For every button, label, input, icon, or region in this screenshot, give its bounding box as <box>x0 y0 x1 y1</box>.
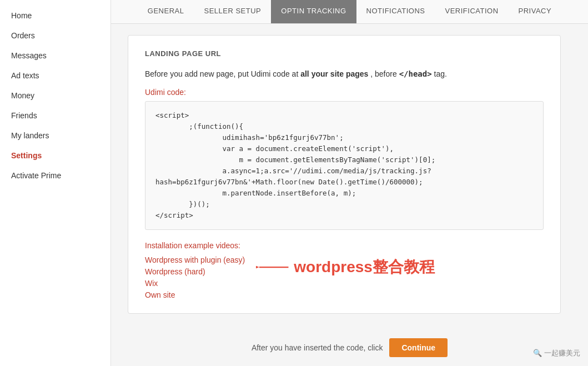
annotation-text: wordpress整合教程 <box>294 257 435 278</box>
footer-text: After you have inserted the code, click <box>252 343 383 352</box>
code-block[interactable]: <script> ;(function(){ udimihash='bp6z1f… <box>145 101 544 230</box>
sidebar-item-ad-texts[interactable]: Ad texts <box>0 66 110 86</box>
link-wordpress-hard[interactable]: Wordpress (hard) <box>145 267 245 276</box>
annotation-area: wordpress整合教程 <box>256 255 435 278</box>
install-label: Installation example videos: <box>145 241 544 250</box>
sidebar-item-friends[interactable]: Friends <box>0 106 110 126</box>
sidebar-item-my-landers[interactable]: My landers <box>0 126 110 146</box>
tab-privacy[interactable]: PRIVACY <box>509 0 562 23</box>
card-title: LANDING PAGE URL <box>145 49 544 58</box>
app-layout: Home Orders Messages Ad texts Money Frie… <box>0 0 588 366</box>
tab-general[interactable]: GENERAL <box>138 0 194 23</box>
link-wix[interactable]: Wix <box>145 279 245 288</box>
tab-optin-tracking[interactable]: OPTIN TRACKING <box>271 0 356 23</box>
sidebar-item-messages[interactable]: Messages <box>0 46 110 66</box>
udimi-code-label: Udimi code: <box>145 88 544 97</box>
footer-row: After you have inserted the code, click … <box>111 329 588 366</box>
main-area: GENERAL SELLER SETUP OPTIN TRACKING NOTI… <box>111 0 588 366</box>
intro-text-before: Before you add new page, put Udimi code … <box>145 69 298 78</box>
link-own-site[interactable]: Own site <box>145 290 245 299</box>
tab-seller-setup[interactable]: SELLER SETUP <box>194 0 271 23</box>
content-area: LANDING PAGE URL Before you add new page… <box>111 24 588 329</box>
sidebar-item-money[interactable]: Money <box>0 86 110 106</box>
sidebar: Home Orders Messages Ad texts Money Frie… <box>0 0 111 366</box>
intro-text-end: tag. <box>434 69 447 78</box>
landing-page-card: LANDING PAGE URL Before you add new page… <box>128 35 561 314</box>
intro-code: </head> <box>399 69 432 78</box>
install-links: Wordpress with plugin (easy) Wordpress (… <box>145 255 245 299</box>
link-wordpress-easy[interactable]: Wordpress with plugin (easy) <box>145 255 245 264</box>
intro-paragraph: Before you add new page, put Udimi code … <box>145 68 544 80</box>
top-nav: GENERAL SELLER SETUP OPTIN TRACKING NOTI… <box>111 0 588 24</box>
tab-verification[interactable]: VERIFICATION <box>435 0 509 23</box>
links-section: Wordpress with plugin (easy) Wordpress (… <box>145 255 544 299</box>
sidebar-item-orders[interactable]: Orders <box>0 26 110 46</box>
watermark: 🔍 一起赚美元 <box>533 348 580 358</box>
arrow-icon <box>256 260 289 274</box>
sidebar-item-activate-prime[interactable]: Activate Prime <box>0 166 110 185</box>
sidebar-item-home[interactable]: Home <box>0 6 110 26</box>
tab-notifications[interactable]: NOTIFICATIONS <box>356 0 435 23</box>
sidebar-item-settings[interactable]: Settings <box>0 146 110 166</box>
continue-button[interactable]: Continue <box>389 338 448 357</box>
intro-text-cont: , before <box>370 69 396 78</box>
intro-bold: all your site pages <box>300 69 368 78</box>
